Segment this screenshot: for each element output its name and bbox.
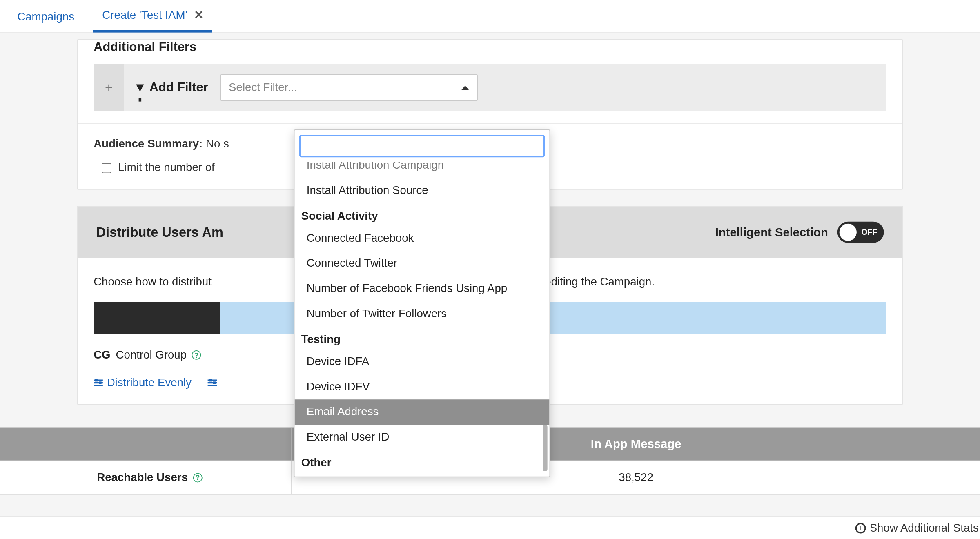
show-additional-stats-label: Show Additional Stats <box>870 521 979 535</box>
show-additional-stats-bar[interactable]: + Show Additional Stats <box>0 516 980 539</box>
caret-up-icon <box>461 85 469 90</box>
reachable-users-label-cell: Reachable Users ? <box>0 461 292 494</box>
distribute-evenly-link[interactable]: Distribute Evenly <box>94 376 192 390</box>
audience-summary-label: Audience Summary: <box>94 137 203 150</box>
filter-dropdown-list[interactable]: Install Attribution Campaign Install Att… <box>295 162 550 477</box>
filter-dropdown: Install Attribution Campaign Install Att… <box>294 129 550 477</box>
add-filter-text: Add Filter <box>149 80 208 95</box>
filter-bar: + Add Filter Select Filter... <box>94 64 886 111</box>
filter-option[interactable]: External User ID <box>295 425 550 450</box>
limit-users-label: Limit the number of <box>118 161 214 175</box>
control-group-code: CG <box>94 348 110 362</box>
filter-option[interactable]: Install Attribution Source <box>295 178 550 203</box>
sliders-icon <box>207 379 217 387</box>
toggle-state-text: OFF <box>861 227 877 237</box>
filter-group-header: Testing <box>295 327 550 349</box>
reachable-users-label: Reachable Users <box>97 471 188 484</box>
intelligent-selection-wrap: Intelligent Selection OFF <box>715 222 884 243</box>
help-icon[interactable]: ? <box>193 473 203 482</box>
add-filter-label: Add Filter <box>124 64 220 111</box>
filter-option[interactable]: Number of Twitter Followers <box>295 301 550 327</box>
additional-filters-heading: Additional Filters <box>78 40 902 59</box>
sliders-icon <box>94 379 103 387</box>
filter-dropdown-search-input[interactable] <box>300 136 544 157</box>
distribution-bar-control-segment <box>94 302 220 334</box>
filter-option[interactable]: Connected Facebook <box>295 226 550 251</box>
filter-option[interactable]: Number of Facebook Friends Using App <box>295 276 550 301</box>
help-icon[interactable]: ? <box>192 350 201 360</box>
funnel-icon <box>136 84 144 91</box>
control-group-label: Control Group <box>116 348 187 362</box>
close-icon[interactable]: ✕ <box>194 8 203 22</box>
filter-group-header: Other <box>295 450 550 472</box>
filter-option[interactable]: Connected Twitter <box>295 251 550 276</box>
filter-option[interactable]: Email Address <box>295 399 550 425</box>
filter-option[interactable]: Device IDFA <box>295 349 550 374</box>
filter-select-placeholder: Select Filter... <box>229 81 297 94</box>
filter-dropdown-search-wrap <box>295 130 550 162</box>
limit-users-checkbox[interactable] <box>102 163 111 173</box>
filter-group-header: Social Activity <box>295 203 550 225</box>
scrollbar-thumb[interactable] <box>543 425 547 471</box>
tab-campaigns[interactable]: Campaigns <box>17 11 74 32</box>
plus-circle-icon: + <box>855 523 866 533</box>
distribute-explain-left: Choose how to distribut <box>94 275 212 288</box>
tabs-bar: Campaigns Create 'Test IAM' ✕ <box>0 0 980 33</box>
filter-select-trigger[interactable]: Select Filter... <box>220 74 478 101</box>
add-filter-plus-button[interactable]: + <box>94 64 124 111</box>
filter-option[interactable]: Device IDFV <box>295 374 550 400</box>
distribute-heading: Distribute Users Am <box>96 225 223 240</box>
intelligent-selection-toggle[interactable]: OFF <box>837 222 884 243</box>
panel-additional-filters: Additional Filters + Add Filter Select F… <box>77 39 903 190</box>
audience-summary-value: No s <box>206 137 229 150</box>
filter-option-install-attribution-campaign[interactable]: Install Attribution Campaign <box>295 162 550 178</box>
tab-create-test-iam[interactable]: Create 'Test IAM' ✕ <box>93 8 213 33</box>
stats-header-left <box>0 428 292 461</box>
distribute-evenly-text: Distribute Evenly <box>107 376 192 390</box>
distribute-secondary-link[interactable] <box>207 379 217 387</box>
intelligent-selection-label: Intelligent Selection <box>715 225 828 239</box>
toggle-knob <box>840 224 857 241</box>
tab-create-label: Create 'Test IAM' <box>102 8 187 22</box>
